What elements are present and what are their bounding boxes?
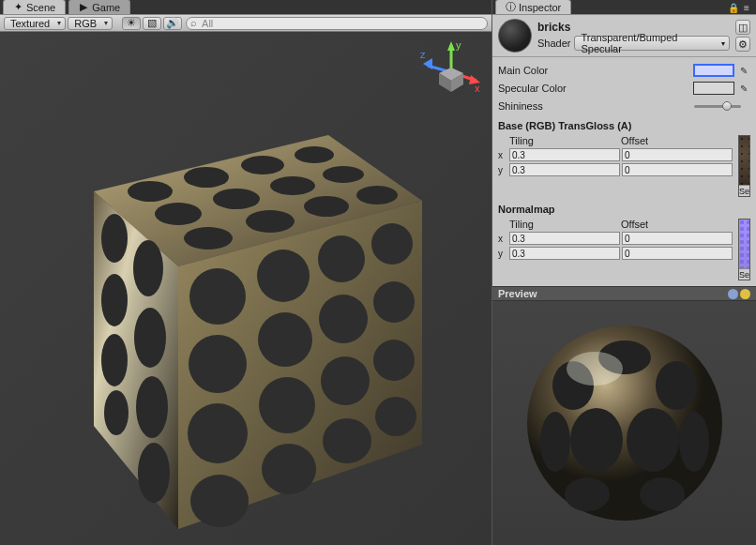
shader-value: Transparent/Bumped Specular bbox=[581, 32, 716, 54]
specular-color-label: Specular Color bbox=[498, 83, 693, 94]
svg-point-60 bbox=[640, 477, 685, 511]
lighting-toggle[interactable]: ☀ bbox=[122, 17, 141, 30]
shading-mode-dropdown[interactable]: Textured bbox=[4, 17, 66, 30]
svg-point-25 bbox=[304, 196, 349, 217]
tab-game-label: Game bbox=[92, 2, 120, 13]
tab-game[interactable]: ▶ Game bbox=[68, 0, 130, 14]
main-color-label: Main Color bbox=[498, 65, 693, 76]
svg-point-48 bbox=[262, 444, 316, 494]
normal-offset-y[interactable] bbox=[622, 247, 733, 260]
shininess-slider[interactable] bbox=[694, 105, 750, 108]
normal-offset-x[interactable] bbox=[622, 232, 733, 245]
svg-point-45 bbox=[321, 356, 370, 405]
eyedropper-icon[interactable]: ✎ bbox=[737, 64, 750, 77]
scene-search-input[interactable]: All bbox=[186, 17, 488, 30]
preview-header[interactable]: Preview bbox=[492, 286, 756, 301]
svg-point-43 bbox=[188, 403, 248, 463]
svg-point-27 bbox=[101, 214, 128, 263]
svg-point-34 bbox=[138, 443, 170, 503]
scene-viewport[interactable]: y x z bbox=[0, 32, 491, 545]
svg-marker-1 bbox=[447, 41, 455, 51]
base-offset-y[interactable] bbox=[622, 163, 733, 176]
shading-mode-label: Textured bbox=[10, 18, 50, 29]
specular-color-swatch[interactable] bbox=[693, 82, 734, 95]
speaker-icon: 🔊 bbox=[166, 17, 179, 29]
gear-icon: ⚙ bbox=[738, 38, 748, 51]
preview-sphere-toggle[interactable] bbox=[728, 289, 738, 299]
normal-texture-slot[interactable]: Select bbox=[738, 219, 750, 280]
svg-point-21 bbox=[270, 176, 315, 195]
preview-light-toggle[interactable] bbox=[740, 289, 750, 299]
base-offset-x[interactable] bbox=[622, 148, 733, 161]
info-icon: ⓘ bbox=[506, 3, 515, 12]
preview-viewport[interactable] bbox=[492, 301, 756, 545]
svg-point-32 bbox=[136, 376, 168, 438]
skybox-toggle[interactable]: ▧ bbox=[143, 17, 161, 30]
base-tiling-y[interactable] bbox=[509, 163, 620, 176]
tiling-header: Tiling bbox=[509, 219, 621, 230]
svg-text:x: x bbox=[475, 83, 480, 94]
game-icon: ▶ bbox=[79, 3, 88, 12]
orientation-gizmo[interactable]: y x z bbox=[418, 39, 484, 105]
svg-point-37 bbox=[318, 235, 365, 282]
svg-point-42 bbox=[373, 281, 415, 323]
svg-point-31 bbox=[101, 334, 128, 386]
svg-point-58 bbox=[627, 408, 679, 472]
main-color-swatch[interactable] bbox=[693, 64, 734, 77]
base-tiling-x[interactable] bbox=[509, 148, 620, 161]
scene-icon: ✦ bbox=[13, 3, 23, 12]
svg-point-20 bbox=[213, 189, 260, 209]
normal-tex-title: Normalmap bbox=[498, 204, 750, 215]
axis-y-label: y bbox=[498, 165, 507, 175]
search-placeholder: All bbox=[202, 18, 213, 29]
svg-point-59 bbox=[565, 477, 610, 511]
svg-point-50 bbox=[375, 397, 416, 436]
svg-point-57 bbox=[570, 408, 623, 472]
svg-point-18 bbox=[295, 146, 334, 163]
normal-select-button[interactable]: Select bbox=[739, 268, 749, 280]
render-mode-dropdown[interactable]: RGB bbox=[68, 17, 113, 30]
svg-point-54 bbox=[656, 361, 697, 410]
svg-point-29 bbox=[101, 274, 128, 326]
offset-header: Offset bbox=[621, 219, 733, 230]
axis-y-label: y bbox=[498, 249, 507, 259]
base-select-button[interactable]: Select bbox=[739, 185, 749, 196]
axis-x-label: x bbox=[498, 150, 507, 160]
tab-inspector-label: Inspector bbox=[519, 2, 561, 13]
svg-point-55 bbox=[540, 412, 570, 472]
svg-point-19 bbox=[155, 203, 202, 225]
svg-point-17 bbox=[241, 156, 284, 174]
book-icon: ◫ bbox=[738, 22, 748, 34]
svg-point-22 bbox=[323, 166, 364, 183]
base-texture-slot[interactable]: Select bbox=[738, 135, 750, 197]
preview-title: Preview bbox=[498, 288, 537, 299]
material-header: bricks Shader Transparent/Bumped Specula… bbox=[492, 15, 756, 57]
svg-point-15 bbox=[128, 181, 173, 202]
eyedropper-icon[interactable]: ✎ bbox=[737, 82, 750, 95]
shader-label: Shader bbox=[537, 38, 570, 49]
normal-tiling-x[interactable] bbox=[509, 232, 620, 245]
preview-sphere bbox=[522, 320, 728, 526]
lock-icon[interactable]: 🔒 bbox=[728, 2, 739, 13]
svg-point-35 bbox=[189, 268, 246, 325]
svg-point-28 bbox=[133, 240, 163, 296]
normal-tiling-y[interactable] bbox=[509, 247, 620, 260]
scene-toolbar: Textured RGB ☀ ▧ 🔊 All bbox=[0, 15, 491, 32]
tab-scene-label: Scene bbox=[26, 2, 55, 13]
svg-point-24 bbox=[246, 210, 295, 233]
tab-inspector[interactable]: ⓘ Inspector bbox=[495, 0, 571, 14]
tab-scene[interactable]: ✦ Scene bbox=[3, 0, 66, 14]
svg-point-30 bbox=[134, 308, 166, 368]
settings-button[interactable]: ⚙ bbox=[735, 37, 750, 52]
help-button[interactable]: ◫ bbox=[735, 20, 750, 35]
cube-mesh bbox=[38, 116, 431, 538]
audio-toggle[interactable]: 🔊 bbox=[163, 17, 182, 30]
svg-point-44 bbox=[259, 377, 315, 433]
axis-x-label: x bbox=[498, 234, 507, 244]
svg-point-56 bbox=[679, 412, 709, 472]
panel-menu-icon[interactable]: ≡ bbox=[741, 2, 752, 13]
svg-point-23 bbox=[184, 227, 233, 250]
svg-point-46 bbox=[373, 340, 415, 381]
svg-point-33 bbox=[104, 390, 129, 435]
shader-dropdown[interactable]: Transparent/Bumped Specular bbox=[574, 36, 730, 51]
